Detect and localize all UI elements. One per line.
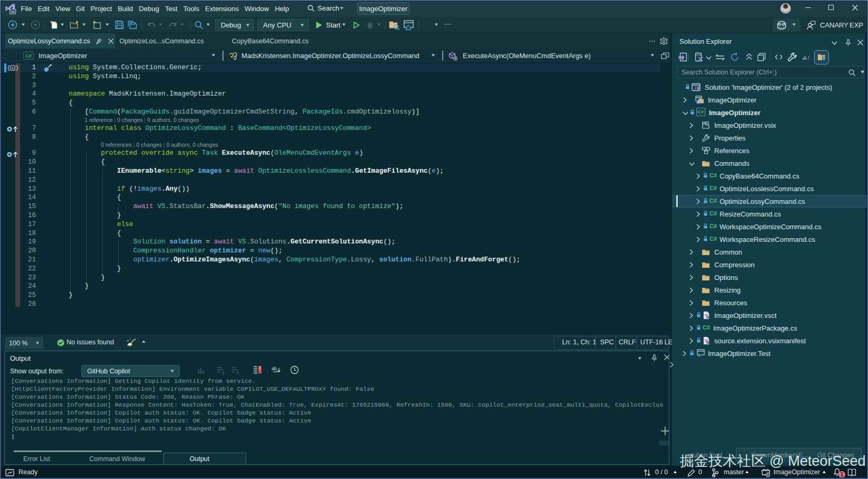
- svg-text:ab: ab: [272, 366, 277, 371]
- svg-text:IN: IN: [11, 10, 15, 14]
